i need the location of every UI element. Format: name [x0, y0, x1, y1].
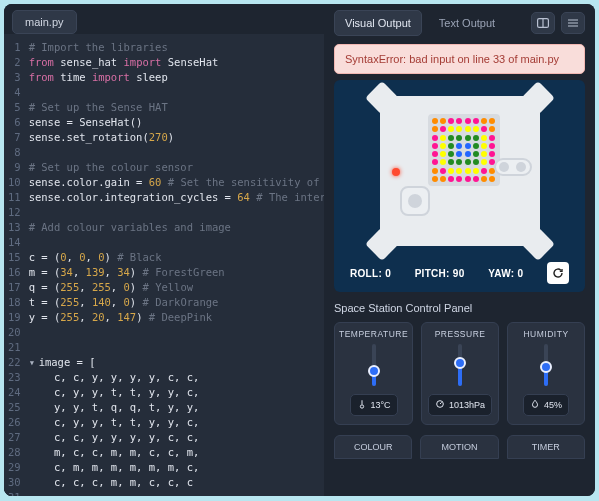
control-panel-title: Space Station Control Panel [334, 302, 585, 314]
tab-visual-output[interactable]: Visual Output [334, 10, 422, 36]
slider-label: HUMIDITY [523, 329, 568, 339]
code-content: # Import the librariesfrom sense_hat imp… [27, 34, 324, 496]
control-panel-subtabs: COLOURMOTIONTIMER [334, 435, 585, 459]
pitch-readout: PITCH: 90 [415, 268, 465, 279]
reset-orientation-button[interactable] [547, 262, 569, 284]
svg-point-5 [360, 405, 363, 408]
subtab-motion[interactable]: MOTION [420, 435, 498, 459]
slider-track[interactable] [372, 344, 376, 386]
thermometer-icon [357, 399, 367, 411]
yaw-readout: YAW: 0 [488, 268, 523, 279]
slider-track[interactable] [458, 344, 462, 386]
sensor-module-icon [494, 158, 532, 176]
slider-label: TEMPERATURE [339, 329, 408, 339]
fold-toggle-icon[interactable]: ▾ [29, 355, 39, 370]
error-banner: SyntaxError: bad input on line 33 of mai… [334, 44, 585, 74]
code-editor[interactable]: 1234567891011121314151617181920212223242… [4, 34, 324, 496]
gauge-icon [435, 399, 445, 411]
slider-label: PRESSURE [435, 329, 486, 339]
subtab-timer[interactable]: TIMER [507, 435, 585, 459]
slider-card-temperature: TEMPERATURE 13°C [334, 322, 413, 425]
visual-output: ROLL: 0 PITCH: 90 YAW: 0 [334, 80, 585, 292]
file-tab-main[interactable]: main.py [12, 10, 77, 34]
subtab-colour[interactable]: COLOUR [334, 435, 412, 459]
layout-split-button[interactable] [531, 12, 555, 34]
output-tab-bar: Visual Output Text Output [324, 4, 595, 36]
slider-track[interactable] [544, 344, 548, 386]
sense-hat-board [380, 96, 540, 246]
slider-card-humidity: HUMIDITY 45% [507, 322, 585, 425]
tab-text-output[interactable]: Text Output [428, 10, 506, 36]
layout-list-button[interactable] [561, 12, 585, 34]
editor-pane: main.py 12345678910111213141516171819202… [4, 4, 324, 496]
slider-reading: 45% [523, 394, 569, 416]
joystick[interactable] [400, 186, 430, 216]
file-tab-bar: main.py [4, 4, 324, 34]
slider-card-pressure: PRESSURE 1013hPa [421, 322, 499, 425]
power-led-icon [392, 168, 400, 176]
line-gutter: 1234567891011121314151617181920212223242… [4, 34, 27, 496]
output-pane: Visual Output Text Output SyntaxError: b… [324, 4, 595, 496]
slider-reading: 13°C [350, 394, 398, 416]
orientation-readout: ROLL: 0 PITCH: 90 YAW: 0 [344, 256, 575, 284]
control-panel: Space Station Control Panel TEMPERATURE … [334, 302, 585, 425]
droplet-icon [530, 399, 540, 411]
slider-reading: 1013hPa [428, 394, 492, 416]
roll-readout: ROLL: 0 [350, 268, 391, 279]
led-matrix [428, 114, 500, 186]
